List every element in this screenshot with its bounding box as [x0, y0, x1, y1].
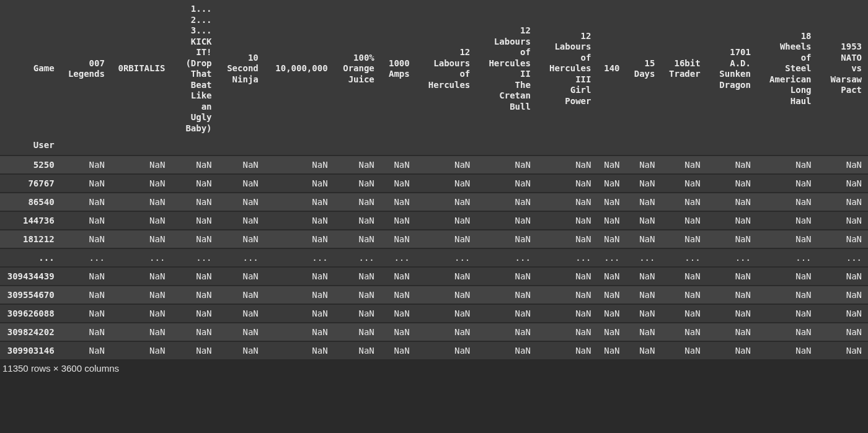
- columns-axis-label: Game: [0, 0, 61, 138]
- cell: ...: [61, 248, 111, 266]
- cell: NaN: [707, 341, 757, 359]
- cell: NaN: [381, 229, 416, 248]
- cell: NaN: [476, 229, 537, 248]
- cell: NaN: [265, 304, 334, 322]
- table-row: 144736NaNNaNNaNNaNNaNNaNNaNNaNNaNNaNNaNN…: [0, 211, 868, 229]
- cell: NaN: [707, 304, 757, 322]
- cell: NaN: [61, 192, 111, 211]
- cell: NaN: [597, 192, 626, 211]
- cell: NaN: [111, 173, 171, 192]
- table-row: 76767NaNNaNNaNNaNNaNNaNNaNNaNNaNNaNNaNNa…: [0, 173, 868, 192]
- cell: NaN: [597, 229, 626, 248]
- table-row: 5250NaNNaNNaNNaNNaNNaNNaNNaNNaNNaNNaNNaN…: [0, 155, 868, 173]
- cell: NaN: [537, 173, 598, 192]
- cell: NaN: [707, 322, 757, 341]
- cell: NaN: [537, 341, 598, 359]
- cell: NaN: [171, 322, 218, 341]
- cell: ...: [416, 248, 477, 266]
- column-header: 10,000,000: [265, 0, 334, 138]
- cell: NaN: [818, 341, 869, 359]
- cell: NaN: [61, 229, 111, 248]
- column-header: 140: [597, 0, 626, 138]
- cell: ...: [265, 248, 334, 266]
- row-index: 309434439: [0, 266, 61, 285]
- cell: NaN: [381, 155, 416, 173]
- cell: NaN: [111, 266, 171, 285]
- cell: NaN: [537, 285, 598, 304]
- cell: NaN: [626, 155, 662, 173]
- cell: ...: [334, 248, 381, 266]
- cell: NaN: [818, 173, 869, 192]
- table-row: 86540NaNNaNNaNNaNNaNNaNNaNNaNNaNNaNNaNNa…: [0, 192, 868, 211]
- cell: NaN: [265, 211, 334, 229]
- row-index: 309554670: [0, 285, 61, 304]
- cell: NaN: [218, 155, 265, 173]
- cell: NaN: [597, 266, 626, 285]
- cell: NaN: [597, 173, 626, 192]
- cell: NaN: [111, 192, 171, 211]
- cell: NaN: [416, 341, 477, 359]
- cell: NaN: [661, 155, 706, 173]
- cell: NaN: [661, 322, 706, 341]
- cell: NaN: [416, 322, 477, 341]
- column-header: 12 Labours of Hercules II The Cretan Bul…: [476, 0, 537, 138]
- cell: NaN: [757, 211, 818, 229]
- cell: NaN: [707, 266, 757, 285]
- cell: ...: [707, 248, 757, 266]
- ellipsis-row: ........................................…: [0, 248, 868, 266]
- cell: ...: [626, 248, 662, 266]
- cell: NaN: [218, 322, 265, 341]
- row-index: 309903146: [0, 341, 61, 359]
- column-header: 15 Days: [626, 0, 662, 138]
- row-index: 86540: [0, 192, 61, 211]
- cell: NaN: [334, 229, 381, 248]
- cell: NaN: [334, 266, 381, 285]
- cell: NaN: [381, 266, 416, 285]
- cell: NaN: [381, 285, 416, 304]
- cell: NaN: [381, 304, 416, 322]
- cell: NaN: [416, 155, 477, 173]
- cell: NaN: [61, 322, 111, 341]
- cell: NaN: [416, 211, 477, 229]
- cell: NaN: [218, 211, 265, 229]
- cell: NaN: [61, 341, 111, 359]
- cell: NaN: [218, 285, 265, 304]
- cell: ...: [757, 248, 818, 266]
- cell: NaN: [476, 173, 537, 192]
- cell: NaN: [707, 155, 757, 173]
- cell: NaN: [334, 211, 381, 229]
- cell: NaN: [61, 155, 111, 173]
- index-label-row: User: [0, 138, 868, 155]
- column-header: 16bit Trader: [661, 0, 706, 138]
- table-row: 309626088NaNNaNNaNNaNNaNNaNNaNNaNNaNNaNN…: [0, 304, 868, 322]
- column-header: 0RBITALIS: [111, 0, 171, 138]
- cell: NaN: [537, 229, 598, 248]
- table-row: 309824202NaNNaNNaNNaNNaNNaNNaNNaNNaNNaNN…: [0, 322, 868, 341]
- column-header: 18 Wheels of Steel American Long Haul: [757, 0, 818, 138]
- cell: NaN: [757, 304, 818, 322]
- cell: NaN: [171, 173, 218, 192]
- cell: NaN: [537, 211, 598, 229]
- cell: NaN: [537, 155, 598, 173]
- cell: ...: [818, 248, 869, 266]
- column-header: 1000 Amps: [381, 0, 416, 138]
- cell: NaN: [111, 304, 171, 322]
- row-index: 309626088: [0, 304, 61, 322]
- cell: NaN: [416, 173, 477, 192]
- cell: NaN: [416, 192, 477, 211]
- cell: NaN: [597, 341, 626, 359]
- cell: NaN: [218, 266, 265, 285]
- cell: NaN: [597, 155, 626, 173]
- cell: NaN: [707, 285, 757, 304]
- cell: NaN: [818, 266, 869, 285]
- table-row: 181212NaNNaNNaNNaNNaNNaNNaNNaNNaNNaNNaNN…: [0, 229, 868, 248]
- cell: ...: [218, 248, 265, 266]
- cell: NaN: [218, 229, 265, 248]
- row-index: 76767: [0, 173, 61, 192]
- cell: NaN: [707, 173, 757, 192]
- cell: NaN: [171, 266, 218, 285]
- cell: NaN: [476, 304, 537, 322]
- cell: ...: [111, 248, 171, 266]
- cell: NaN: [661, 173, 706, 192]
- cell: NaN: [334, 285, 381, 304]
